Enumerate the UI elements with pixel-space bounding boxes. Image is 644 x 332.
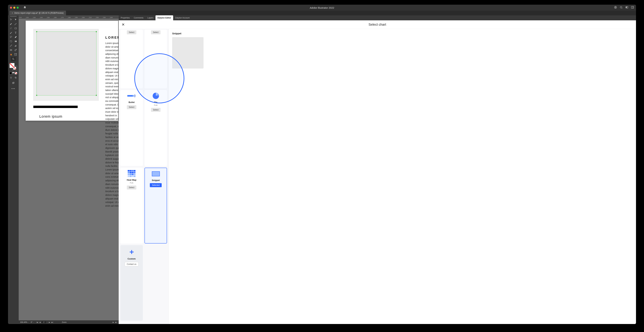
maximize-window-button[interactable] [17,7,19,9]
tab-datylon-editor[interactable]: Datylon Editor [156,15,173,20]
window-controls [10,7,19,9]
preview-title: Snippet [172,32,256,35]
curvature-tool[interactable] [13,22,18,26]
svg-rect-6 [15,28,17,29]
svg-rect-21 [12,82,14,84]
chart-card-bullet[interactable]: Bullet Select [120,90,143,131]
edit-toolbar-icon[interactable]: ••• [11,87,16,91]
lasso-tool[interactable] [9,35,13,39]
shape-builder-tool[interactable] [9,48,13,52]
chart-card-pie[interactable]: Pie PoA Select [144,90,167,131]
card-subtitle: PoA [154,104,158,106]
svg-rect-9 [15,41,16,42]
select-button[interactable]: Select [127,30,136,34]
none-swatch[interactable] [15,72,17,74]
document-tab-label: Demo report-orig4 copy.ai* @ 106.44 % (R… [14,12,64,14]
panel-tabs: Properties Comments Layers Datylon Edito… [119,15,256,20]
art-body-text[interactable]: Lorem ipsum dolor sit amet, consectetuer… [105,42,119,131]
bullet-chart-icon [127,92,136,99]
eraser-tool[interactable] [13,35,18,39]
tools-panel: ••• [8,15,19,131]
close-panel-button[interactable]: ✕ [122,22,125,27]
selection-handle[interactable] [96,95,97,96]
selected-rectangle[interactable] [37,32,96,95]
tab-comments[interactable]: Comments [132,15,146,20]
svg-point-18 [10,77,12,78]
gradient-swatch[interactable] [12,72,14,74]
minimize-window-button[interactable] [13,7,15,9]
datylon-tool[interactable] [9,52,13,56]
home-button[interactable] [23,6,26,10]
color-swatch[interactable] [10,72,12,74]
close-tab-icon[interactable]: × [12,12,13,14]
art-heading[interactable]: LOREM [105,36,119,40]
eyedropper-tool[interactable] [9,44,13,48]
svg-rect-12 [16,45,16,46]
chart-card-icon[interactable]: Select [120,30,143,88]
svg-point-7 [10,36,12,37]
artboard-tool[interactable] [13,52,18,56]
app-window: Adobe Illustrator 2022 × Demo report-ori… [8,5,256,131]
svg-rect-26 [135,94,135,97]
column-graph-tool[interactable] [13,44,18,48]
pen-tool[interactable] [9,22,13,26]
rectangle-tool[interactable] [13,26,18,30]
scale-tool[interactable] [13,48,18,52]
selection-handle[interactable] [96,31,97,32]
canvas-area: 210 220 230 240 250 260 270 280 290 300 … [19,15,119,131]
svg-rect-10 [15,46,15,46]
selection-tool[interactable] [9,18,13,22]
gradient-tool[interactable] [13,39,18,43]
select-button[interactable]: Select [151,30,160,34]
selection-handle[interactable] [36,95,37,96]
horizontal-ruler: 210 220 230 240 250 260 270 280 290 300 … [19,15,119,19]
preview-pane: Snippet [169,29,256,131]
direct-selection-tool[interactable] [13,18,18,22]
close-window-button[interactable] [10,7,12,9]
document-tab[interactable]: × Demo report-orig4 copy.ai* @ 106.44 % … [9,11,66,15]
type-tool[interactable] [13,31,18,35]
svg-rect-25 [127,96,132,96]
preview-thumbnail [172,37,204,68]
canvas-viewport[interactable]: + LOREM Lorem ipsum dolor sit amet, cons… [19,19,119,131]
tools-grip[interactable] [10,16,17,17]
chart-card-icon-array[interactable]: Select [144,30,167,88]
selection-handle[interactable] [36,31,37,32]
tab-properties[interactable]: Properties [119,15,132,20]
tab-datylon-account[interactable]: Datylon Account [173,15,192,20]
card-label: Pie [154,101,158,104]
zoom-tool[interactable] [11,57,16,61]
svg-rect-16 [15,54,16,55]
titlebar: Adobe Illustrator 2022 [8,5,256,11]
brush-tool[interactable] [9,31,13,35]
document-tabs: × Demo report-orig4 copy.ai* @ 106.44 % … [8,11,256,15]
screen-mode-icon[interactable] [11,81,16,85]
select-button[interactable]: Select [127,105,136,109]
svg-rect-15 [15,50,16,51]
pie-chart-icon [152,92,160,99]
magic-wand-tool[interactable] [9,26,13,30]
panel-header: ✕ Select chart [119,20,256,29]
datylon-panel: Properties Comments Layers Datylon Edito… [119,15,256,131]
fill-stroke-control[interactable] [9,63,18,71]
color-mode-swatches[interactable] [10,72,17,74]
rotate-tool[interactable] [9,39,13,43]
artboard[interactable]: + LOREM Lorem ipsum dolor sit amet, cons… [26,21,118,121]
tab-layers[interactable]: Layers [146,15,156,20]
svg-rect-11 [15,46,16,47]
art-divider-bar[interactable] [33,106,78,108]
draw-behind-icon[interactable] [13,76,18,80]
chart-gallery[interactable]: Select Select Bullet Select [119,29,169,131]
svg-rect-22 [13,82,14,83]
select-button[interactable]: Select [151,108,160,112]
draw-normal-icon[interactable] [9,76,13,80]
card-label: Bullet [128,101,134,104]
art-caption[interactable]: Lorem ipsum [39,114,62,119]
